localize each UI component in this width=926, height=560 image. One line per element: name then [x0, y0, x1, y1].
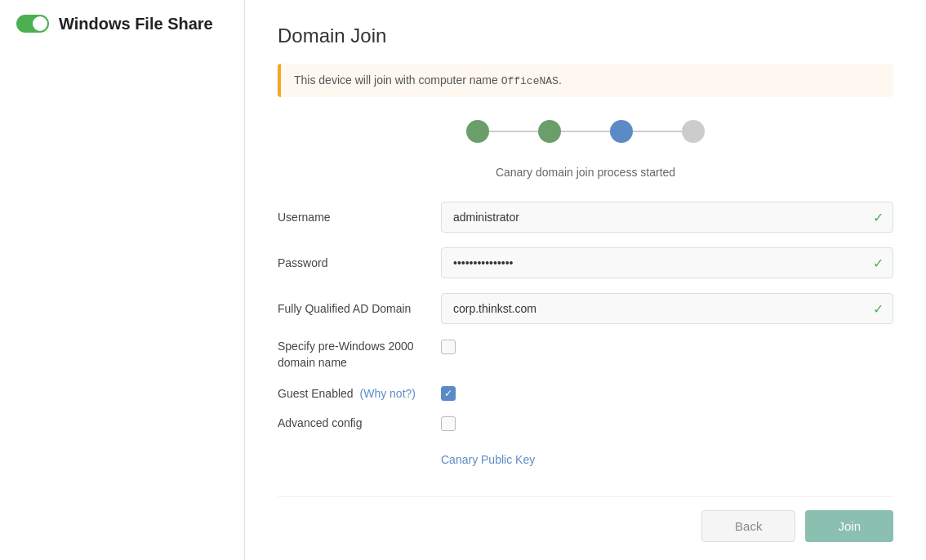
back-button[interactable]: Back — [701, 510, 795, 542]
sidebar: Windows File Share — [0, 0, 245, 560]
advanced-config-checkbox-wrapper — [441, 416, 456, 431]
step-3 — [610, 120, 633, 143]
password-input-wrapper: ✓ — [441, 247, 893, 278]
warning-text: This device will join with computer name — [294, 73, 501, 87]
advanced-config-label: Advanced config — [278, 416, 441, 432]
fqad-row: Fully Qualified AD Domain ✓ — [278, 293, 893, 324]
guest-label: Guest Enabled — [278, 387, 354, 400]
step-connector-3 — [633, 131, 682, 132]
advanced-config-checkbox[interactable] — [441, 416, 456, 431]
page-title: Domain Join — [278, 24, 893, 47]
prewin2000-checkbox[interactable] — [441, 340, 456, 354]
username-label: Username — [278, 211, 441, 224]
status-text: Canary domain join process started — [278, 166, 893, 179]
footer-buttons: Back Join — [278, 496, 893, 542]
warning-suffix: . — [559, 73, 562, 87]
sidebar-title: Windows File Share — [59, 13, 213, 34]
prewin2000-label: Specify pre-Windows 2000domain name — [278, 339, 441, 371]
step-connector-2 — [561, 131, 610, 132]
step-indicators — [278, 120, 893, 143]
prewin2000-row: Specify pre-Windows 2000domain name — [278, 339, 893, 371]
username-row: Username ✓ — [278, 202, 893, 233]
advanced-config-row: Advanced config — [278, 416, 893, 432]
guest-checkbox[interactable] — [441, 386, 456, 401]
fqad-label: Fully Qualified AD Domain — [278, 302, 441, 315]
username-check-icon: ✓ — [873, 210, 884, 225]
step-connector-1 — [489, 131, 538, 132]
fqad-check-icon: ✓ — [873, 301, 884, 317]
windows-file-share-toggle[interactable] — [16, 15, 49, 33]
password-label: Password — [278, 256, 441, 269]
guest-enabled-row: Guest Enabled (Why not?) — [278, 385, 893, 401]
fqad-input[interactable] — [441, 293, 893, 324]
warning-banner: This device will join with computer name… — [278, 64, 893, 97]
password-row: Password ✓ — [278, 247, 893, 278]
main-content: Domain Join This device will join with c… — [245, 0, 926, 560]
computer-name: OfficeNAS — [501, 75, 559, 87]
password-input[interactable] — [441, 247, 893, 278]
guest-checkbox-wrapper — [441, 385, 456, 401]
canary-public-key-link[interactable]: Canary Public Key — [441, 453, 535, 466]
password-check-icon: ✓ — [873, 256, 884, 271]
username-input-wrapper: ✓ — [441, 202, 893, 233]
step-2 — [538, 120, 561, 143]
fqad-input-wrapper: ✓ — [441, 293, 893, 324]
why-not-link[interactable]: (Why not?) — [360, 387, 416, 400]
guest-label-group: Guest Enabled (Why not?) — [278, 387, 441, 400]
step-1 — [466, 120, 489, 143]
join-button[interactable]: Join — [805, 510, 893, 542]
username-input[interactable] — [441, 202, 893, 233]
prewin2000-checkbox-wrapper — [441, 339, 456, 354]
step-4 — [682, 120, 705, 143]
